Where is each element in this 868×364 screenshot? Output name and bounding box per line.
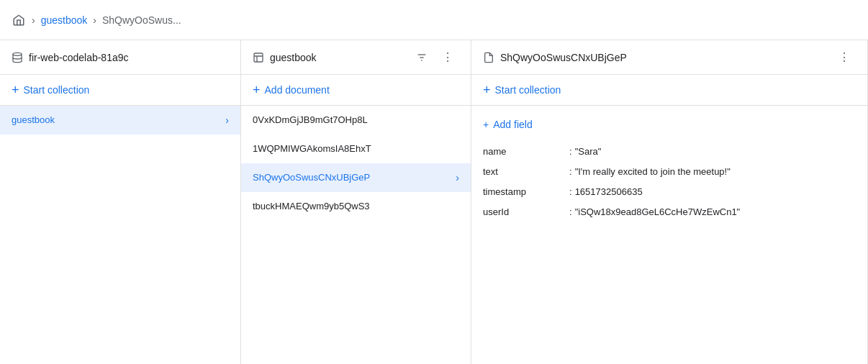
document-item-label-2: ShQwyOoSwusCNxUBjGeP: [253, 172, 456, 183]
collection-item-guestbook[interactable]: guestbook ›: [0, 106, 240, 135]
collections-panel: fir-web-codelab-81a9c + Start collection…: [0, 40, 241, 364]
add-field-button[interactable]: + Add field: [471, 112, 867, 137]
collections-panel-header: fir-web-codelab-81a9c: [0, 40, 240, 75]
main-content: fir-web-codelab-81a9c + Start collection…: [0, 40, 868, 364]
document-item-2[interactable]: ShQwyOoSwusCNxUBjGeP ›: [241, 163, 471, 192]
collections-panel-title: fir-web-codelab-81a9c: [29, 52, 229, 63]
plus-icon-right-coll: +: [483, 83, 491, 96]
field-row-userid: userId : "iSQw18x9ead8GeL6CcHe7WzEwCn1": [471, 204, 867, 224]
chevron-right-icon: ›: [225, 114, 229, 126]
field-value-name: "Sara": [575, 146, 602, 157]
field-key-text: text: [483, 166, 569, 177]
field-value-text: "I'm really excited to join the meetup!": [575, 166, 731, 177]
document-item-0[interactable]: 0VxKDmGjJB9mGt7OHp8L: [241, 106, 471, 135]
svg-point-0: [13, 53, 22, 55]
add-document-button[interactable]: + Add document: [241, 75, 471, 106]
breadcrumb-current: ShQwyOoSwus...: [102, 14, 181, 26]
breadcrumb-separator-1: ›: [32, 14, 35, 26]
field-row-text: text : "I'm really excited to join the m…: [471, 163, 867, 183]
document-item-3[interactable]: tbuckHMAEQwm9yb5QwS3: [241, 192, 471, 221]
fields-panel: ShQwyOoSwusCNxUBjGeP ⋮ + Start collectio…: [471, 40, 868, 364]
fields-panel-actions: ⋮: [833, 46, 856, 69]
fields-panel-header: ShQwyOoSwusCNxUBjGeP ⋮: [471, 40, 867, 75]
field-sep-timestamp: :: [569, 186, 572, 197]
document-item-label-0: 0VxKDmGjJB9mGt7OHp8L: [253, 114, 459, 125]
field-sep-userid: :: [569, 206, 572, 217]
field-row-name: name : "Sara": [471, 143, 867, 163]
start-collection-label: Start collection: [24, 84, 90, 96]
topbar: › guestbook › ShQwyOoSwus...: [0, 0, 868, 40]
field-sep-name: :: [569, 146, 572, 157]
add-document-label: Add document: [265, 84, 330, 96]
svg-rect-1: [254, 53, 263, 62]
plus-icon-left: +: [12, 83, 19, 96]
breadcrumb-guestbook[interactable]: guestbook: [41, 14, 88, 26]
field-value-timestamp: 1651732506635: [575, 186, 643, 197]
documents-panel-header: guestbook ⋮: [241, 40, 471, 75]
filter-button[interactable]: [410, 46, 433, 69]
fields-area: + Add field name : "Sara" text : "I'm re…: [471, 106, 867, 364]
documents-panel: guestbook ⋮ + Add document 0VxKDmGjJB9mG…: [241, 40, 471, 364]
documents-panel-title: guestbook: [270, 52, 404, 63]
start-collection-button[interactable]: + Start collection: [0, 75, 240, 106]
more-options-button-docs[interactable]: ⋮: [436, 46, 459, 69]
document-item-1[interactable]: 1WQPMIWGAkomsIA8EhxT: [241, 135, 471, 163]
add-field-label: Add field: [493, 119, 532, 130]
start-collection-right-label: Start collection: [495, 84, 561, 96]
home-icon[interactable]: [12, 13, 26, 27]
document-item-label-1: 1WQPMIWGAkomsIA8EhxT: [253, 143, 459, 154]
start-collection-right-button[interactable]: + Start collection: [471, 75, 867, 106]
breadcrumb-separator-2: ›: [93, 14, 96, 26]
more-options-button-fields[interactable]: ⋮: [833, 46, 856, 69]
field-key-timestamp: timestamp: [483, 186, 569, 197]
field-key-userid: userId: [483, 206, 569, 217]
plus-icon-middle: +: [253, 83, 261, 96]
field-value-userid: "iSQw18x9ead8GeL6CcHe7WzEwCn1": [575, 206, 741, 217]
chevron-right-doc-icon: ›: [456, 172, 459, 183]
field-sep-text: :: [569, 166, 572, 177]
document-item-label-3: tbuckHMAEQwm9yb5QwS3: [253, 201, 459, 211]
collection-icon: [253, 52, 264, 63]
collection-item-label: guestbook: [12, 114, 225, 125]
field-row-timestamp: timestamp : 1651732506635: [471, 183, 867, 204]
document-icon: [483, 52, 494, 63]
field-key-name: name: [483, 146, 569, 157]
fields-panel-title: ShQwyOoSwusCNxUBjGeP: [500, 52, 827, 63]
plus-icon-field: +: [483, 119, 489, 130]
documents-panel-actions: ⋮: [410, 46, 459, 69]
database-icon: [12, 52, 23, 63]
